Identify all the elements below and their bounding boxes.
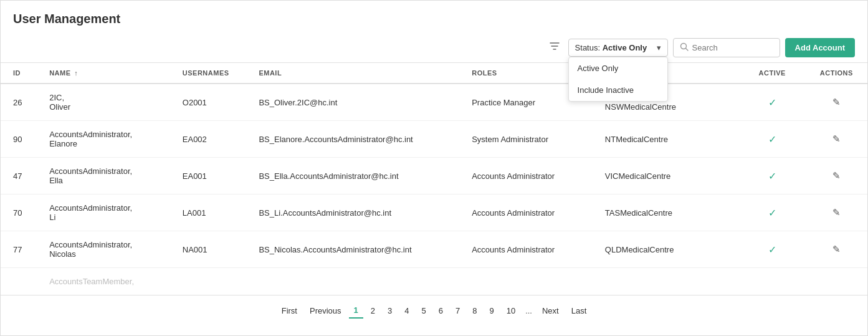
pagination-page-3[interactable]: 3 [383,304,397,318]
table-row: AccountsTeamMember, [1,268,867,295]
users-table: ID NAME ↑ USERNAMES EMAIL ROLES CENTRES … [1,62,867,295]
cell-email: BS_Ella.AccountsAdministrator@hc.int [246,158,459,194]
search-input[interactable] [692,43,773,52]
col-header-id: ID [1,63,37,84]
pagination-page-2[interactable]: 2 [366,304,380,318]
table-row: 77 AccountsAdministrator,Nicolas NA001 B… [1,231,867,268]
cell-id: 70 [1,194,37,231]
cell-roles [459,268,593,295]
pagination-last[interactable]: Last [566,304,592,318]
cell-id: 26 [1,84,37,121]
col-header-active: ACTIVE [739,63,806,84]
table-row: 26 2IC,Oliver O2001 BS_Oliver.2IC@hc.int… [1,84,867,121]
cell-active [739,268,806,295]
cell-centres: TASMedicalCentre [593,194,739,231]
status-dropdown[interactable]: Status: Active Only ▾ [568,39,668,57]
status-value: Active Only [603,43,647,52]
table-header-row: ID NAME ↑ USERNAMES EMAIL ROLES CENTRES … [1,63,867,84]
pagination-page-7[interactable]: 7 [451,304,465,318]
col-header-name[interactable]: NAME ↑ [37,63,170,84]
pagination-page-1[interactable]: 1 [349,303,363,319]
active-check-icon: ✓ [768,134,776,145]
cell-usernames: EA002 [170,121,247,158]
cell-email: BS_Nicolas.AccountsAdministrator@hc.int [246,231,459,268]
cell-email [246,268,459,295]
search-icon [680,42,689,53]
edit-icon[interactable]: ✎ [832,170,841,181]
cell-actions: ✎ [806,121,867,158]
active-check-icon: ✓ [768,208,776,218]
cell-id [1,268,37,295]
col-header-email: EMAIL [246,63,459,84]
dropdown-arrow-icon: ▾ [657,43,661,52]
cell-name: AccountsAdministrator,Li [37,194,170,231]
add-account-button[interactable]: Add Account [785,38,855,57]
cell-roles: Accounts Administrator [459,231,593,268]
cell-id: 47 [1,158,37,194]
pagination-page-10[interactable]: 10 [502,304,520,318]
cell-name: AccountsAdministrator,Nicolas [37,231,170,268]
cell-active: ✓ [739,231,806,268]
cell-actions: ✎ [806,158,867,194]
page-title: User Management [1,1,867,32]
cell-centres: QLDMedicalCentre [593,231,739,268]
cell-usernames: NA001 [170,231,247,268]
cell-usernames: EA001 [170,158,247,194]
pagination-first[interactable]: First [277,304,302,318]
cell-id: 77 [1,231,37,268]
pagination-ellipsis: ... [523,304,535,318]
page-container: User Management Status: Active Only ▾ Ac… [0,0,868,336]
cell-email: BS_Li.AccountsAdministrator@hc.int [246,194,459,231]
active-check-icon: ✓ [768,97,776,108]
toolbar: Status: Active Only ▾ Active Only Includ… [1,32,867,62]
cell-email: BS_Elanore.AccountsAdministrator@hc.int [246,121,459,158]
pagination-previous[interactable]: Previous [305,304,346,318]
dropdown-option-include-inactive[interactable]: Include Inactive [569,79,667,101]
status-label: Status: Active Only [575,43,647,52]
cell-usernames: O2001 [170,84,247,121]
cell-roles: Accounts Administrator [459,158,593,194]
cell-roles: Accounts Administrator [459,194,593,231]
pagination-next[interactable]: Next [537,304,564,318]
cell-centres: VICMedicalCentre [593,158,739,194]
cell-active: ✓ [739,158,806,194]
dropdown-option-active-only[interactable]: Active Only [569,57,667,79]
active-check-icon: ✓ [768,244,776,255]
cell-name: AccountsAdministrator,Elanore [37,121,170,158]
pagination-page-8[interactable]: 8 [467,304,482,318]
edit-icon[interactable]: ✎ [832,207,841,218]
cell-usernames [170,268,247,295]
pagination: First Previous 1 2 3 4 5 6 7 8 9 10 ... … [1,295,867,326]
pagination-page-5[interactable]: 5 [417,304,431,318]
cell-name: AccountsTeamMember, [37,268,170,295]
filter-icon-button[interactable] [546,37,563,57]
cell-actions: ✎ [806,231,867,268]
pagination-page-9[interactable]: 9 [484,304,498,318]
table-body: 26 2IC,Oliver O2001 BS_Oliver.2IC@hc.int… [1,84,867,295]
edit-icon[interactable]: ✎ [832,244,841,254]
search-box [673,38,780,57]
pagination-page-6[interactable]: 6 [434,304,448,318]
table-row: 90 AccountsAdministrator,Elanore EA002 B… [1,121,867,158]
edit-icon[interactable]: ✎ [832,133,841,144]
cell-active: ✓ [739,121,806,158]
cell-active: ✓ [739,84,806,121]
table-row: 47 AccountsAdministrator,Ella EA001 BS_E… [1,158,867,194]
cell-centres: NTMedicalCentre [593,121,739,158]
pagination-page-4[interactable]: 4 [399,304,414,318]
edit-icon[interactable]: ✎ [832,97,841,107]
cell-usernames: LA001 [170,194,247,231]
cell-actions [806,268,867,295]
cell-actions: ✎ [806,84,867,121]
cell-active: ✓ [739,194,806,231]
cell-actions: ✎ [806,194,867,231]
col-header-usernames: USERNAMES [170,63,247,84]
cell-id: 90 [1,121,37,158]
cell-name: AccountsAdministrator,Ella [37,158,170,194]
status-dropdown-menu: Active Only Include Inactive [568,57,668,102]
cell-name: 2IC,Oliver [37,84,170,121]
active-check-icon: ✓ [768,171,776,181]
cell-centres [593,268,739,295]
status-dropdown-wrapper: Status: Active Only ▾ Active Only Includ… [568,39,668,57]
col-header-actions: ACTIONS [806,63,867,84]
